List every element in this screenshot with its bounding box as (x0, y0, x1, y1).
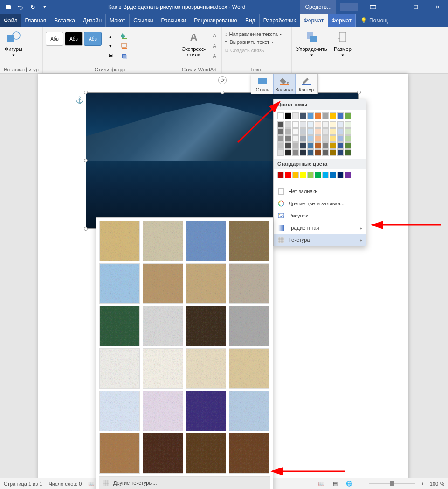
color-swatch[interactable] (337, 121, 344, 128)
tab-layout[interactable]: Макет (106, 14, 130, 27)
ribbon-display-options[interactable] (362, 0, 384, 14)
rotate-handle[interactable]: ⟳ (218, 76, 227, 84)
color-swatch[interactable] (337, 149, 344, 156)
texture-swatch[interactable] (186, 433, 226, 474)
color-swatch[interactable] (300, 142, 306, 149)
color-swatch[interactable] (307, 121, 314, 128)
mini-style-button[interactable]: Стиль (251, 74, 274, 94)
texture-swatch[interactable] (143, 306, 183, 346)
color-swatch[interactable] (277, 149, 284, 156)
color-swatch[interactable] (292, 142, 299, 149)
color-swatch[interactable] (277, 135, 284, 142)
redo-button[interactable]: ↻ (27, 1, 38, 13)
color-swatch[interactable] (307, 149, 314, 156)
tab-format-picture[interactable]: Формат (328, 14, 356, 27)
texture-swatch[interactable] (229, 263, 269, 304)
tab-format-shape[interactable]: Формат (300, 14, 328, 27)
size-button[interactable]: Размер▼ (332, 29, 353, 58)
print-layout-button[interactable]: ▤ (330, 479, 341, 489)
text-fill-button[interactable]: A (209, 31, 220, 40)
texture-swatch[interactable] (99, 391, 140, 431)
color-swatch[interactable] (330, 142, 336, 149)
color-swatch[interactable] (322, 135, 329, 142)
color-swatch[interactable] (337, 112, 344, 119)
color-swatch[interactable] (307, 128, 314, 135)
no-fill-item[interactable]: Нет заливки (274, 185, 366, 197)
color-swatch[interactable] (307, 135, 314, 142)
texture-swatch[interactable] (143, 348, 183, 389)
page-indicator[interactable]: Страница 1 из 1 (4, 481, 42, 487)
shape-style-1[interactable]: Абв (46, 32, 63, 46)
texture-swatch[interactable] (186, 391, 226, 431)
tab-design[interactable]: Дизайн (79, 14, 106, 27)
color-swatch[interactable] (315, 172, 321, 178)
resize-handle[interactable] (84, 91, 88, 94)
gallery-more[interactable]: ⊟ (105, 50, 116, 60)
mini-fill-button[interactable]: Заливка (273, 74, 296, 94)
color-swatch[interactable] (345, 121, 351, 128)
color-swatch[interactable] (315, 149, 321, 156)
color-swatch[interactable] (322, 121, 329, 128)
color-swatch[interactable] (345, 142, 351, 149)
color-swatch[interactable] (277, 172, 284, 178)
tab-file[interactable]: Файл (0, 14, 21, 27)
minimize-button[interactable]: ─ (384, 0, 405, 14)
gallery-down[interactable]: ▾ (105, 41, 116, 50)
user-account[interactable] (340, 3, 358, 11)
color-swatch[interactable] (300, 172, 306, 178)
save-button[interactable] (3, 1, 14, 13)
color-swatch[interactable] (285, 112, 291, 119)
texture-swatch[interactable] (186, 221, 226, 261)
color-swatch[interactable] (292, 135, 299, 142)
zoom-out-button[interactable]: − (358, 481, 366, 487)
texture-swatch[interactable] (229, 433, 269, 474)
close-button[interactable]: ✕ (427, 0, 448, 14)
color-swatch[interactable] (292, 172, 299, 178)
color-swatch[interactable] (292, 128, 299, 135)
color-swatch[interactable] (300, 112, 306, 119)
tab-mailings[interactable]: Рассылки (157, 14, 190, 27)
texture-swatch[interactable] (99, 221, 140, 261)
texture-swatch[interactable] (229, 306, 269, 346)
color-swatch[interactable] (300, 128, 306, 135)
color-swatch[interactable] (322, 128, 329, 135)
color-swatch[interactable] (315, 142, 321, 149)
text-effects-button[interactable]: A (209, 51, 220, 61)
text-outline-button[interactable]: A (209, 41, 220, 50)
color-swatch[interactable] (345, 172, 351, 178)
texture-swatch[interactable] (143, 433, 183, 474)
text-direction-button[interactable]: ↕Направление текста ▾ (225, 31, 282, 37)
color-swatch[interactable] (307, 172, 314, 178)
zoom-slider[interactable] (369, 483, 415, 484)
texture-swatch[interactable] (186, 263, 226, 304)
tab-insert[interactable]: Вставка (50, 14, 79, 27)
color-swatch[interactable] (330, 112, 336, 119)
color-swatch[interactable] (337, 172, 344, 178)
texture-swatch[interactable] (186, 348, 226, 389)
color-swatch[interactable] (345, 112, 351, 119)
texture-swatch[interactable] (186, 306, 226, 346)
shape-style-2[interactable]: Абв (65, 32, 83, 46)
color-swatch[interactable] (277, 121, 284, 128)
shape-outline-button[interactable] (119, 41, 130, 50)
color-swatch[interactable] (285, 121, 291, 128)
color-swatch[interactable] (330, 128, 336, 135)
color-swatch[interactable] (300, 121, 306, 128)
color-swatch[interactable] (285, 149, 291, 156)
color-swatch[interactable] (345, 135, 351, 142)
read-mode-button[interactable]: 📖 (316, 479, 327, 489)
color-swatch[interactable] (277, 142, 284, 149)
color-swatch[interactable] (330, 172, 336, 178)
color-swatch[interactable] (277, 128, 284, 135)
more-textures-item[interactable]: Другие текстуры... (99, 476, 270, 489)
undo-button[interactable] (15, 1, 26, 13)
spellcheck-button[interactable]: 📖 (88, 481, 95, 487)
texture-swatch[interactable] (229, 391, 269, 431)
maximize-button[interactable]: ☐ (405, 0, 427, 14)
more-colors-item[interactable]: Другие цвета заливки... (274, 197, 366, 210)
shape-effects-button[interactable] (119, 51, 130, 61)
color-swatch[interactable] (285, 128, 291, 135)
texture-swatch[interactable] (143, 391, 183, 431)
color-swatch[interactable] (315, 135, 321, 142)
color-swatch[interactable] (292, 112, 299, 119)
